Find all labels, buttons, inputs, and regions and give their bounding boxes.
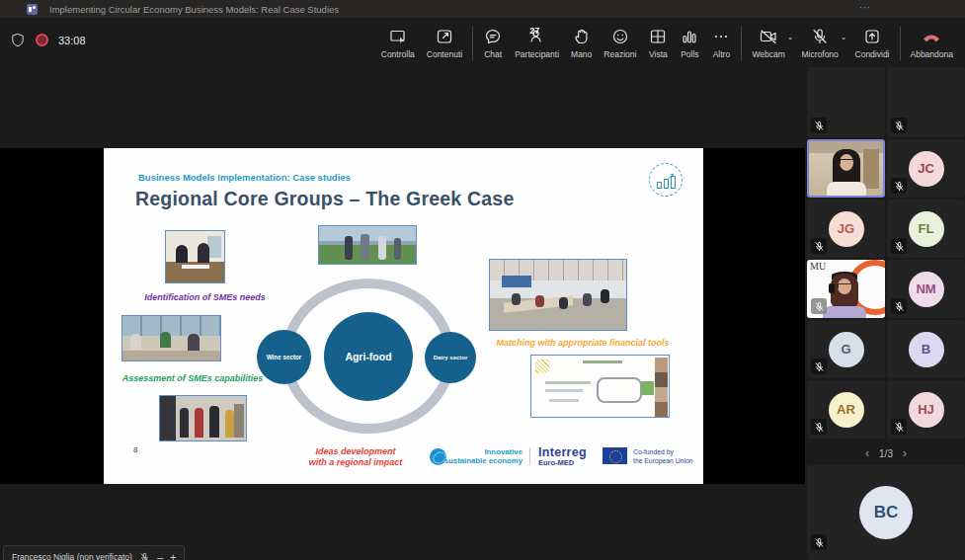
chat-button[interactable]: Chat bbox=[477, 25, 509, 61]
logo-divider bbox=[529, 447, 530, 465]
toolbar-divider bbox=[900, 27, 901, 60]
diagram-agrifood-sector: Agri-food bbox=[324, 312, 413, 401]
reactions-button[interactable]: Reazioni bbox=[598, 25, 642, 61]
toolbar-buttons: Controlla Contenuti Chat bbox=[375, 25, 959, 61]
avatar: JC bbox=[909, 151, 944, 187]
photo-financial-workshop bbox=[489, 259, 627, 331]
microphone-chevron-icon[interactable]: ⌄ bbox=[841, 33, 847, 41]
slide-kicker: Business Models Implementation: Case stu… bbox=[138, 172, 351, 183]
label-matching: Matching with appropriate financial tool… bbox=[484, 338, 682, 348]
share-content-icon bbox=[435, 27, 454, 46]
avatar: JG bbox=[829, 211, 864, 247]
presenter-name: Francesco Niglia (non verificato) bbox=[12, 552, 132, 560]
mic-muted-icon bbox=[811, 534, 827, 550]
more-dots-icon bbox=[711, 27, 731, 46]
meeting-toolbar: 33:08 Controlla Contenuti bbox=[0, 18, 965, 67]
photo-office-meeting bbox=[121, 315, 221, 361]
participant-tile-hj[interactable]: HJ bbox=[887, 380, 965, 439]
page-next-icon[interactable]: › bbox=[903, 446, 907, 460]
mic-muted-icon bbox=[891, 178, 907, 194]
avatar: B bbox=[909, 332, 944, 367]
label-assessment: Assessment of SMEs capabilities bbox=[109, 373, 277, 383]
control-screen-icon bbox=[388, 27, 408, 46]
photo-site-visit bbox=[159, 395, 247, 441]
titlebar-more-icon[interactable]: ⋯ bbox=[859, 1, 871, 14]
hang-up-icon bbox=[921, 27, 942, 46]
photo-vineyard-visit bbox=[318, 225, 417, 265]
label-ideas: Ideas development with a regional impact bbox=[289, 446, 422, 469]
avatar: G bbox=[829, 332, 864, 367]
participant-video-speaker[interactable] bbox=[807, 139, 885, 198]
window-title: Implementing Circular Economy Business M… bbox=[49, 4, 339, 15]
participant-tile-jg[interactable]: JG bbox=[807, 200, 885, 258]
participant-tile-cutoff[interactable] bbox=[807, 67, 885, 137]
meeting-timer: 33:08 bbox=[58, 35, 86, 46]
participant-video-mu[interactable]: MU bbox=[807, 260, 885, 318]
leave-button[interactable]: Abbandona bbox=[905, 25, 960, 61]
share-up-icon bbox=[862, 27, 882, 46]
reactions-icon bbox=[610, 27, 630, 46]
toolbar-divider bbox=[472, 27, 473, 60]
zoom-in-button[interactable]: + bbox=[170, 551, 176, 560]
title-bar: Implementing Circular Economy Business M… bbox=[0, 0, 965, 18]
webcam-button[interactable]: Webcam bbox=[746, 25, 790, 61]
avatar: NM bbox=[909, 272, 944, 307]
participants-pagination: ‹ 1/3 › bbox=[807, 445, 965, 461]
teams-icon bbox=[27, 4, 38, 15]
participant-tile-g[interactable]: G bbox=[807, 320, 885, 378]
photo-smes-interview bbox=[165, 230, 225, 283]
avatar: HJ bbox=[909, 392, 944, 428]
toolbar-divider bbox=[741, 27, 742, 60]
zoom-out-button[interactable]: – bbox=[157, 551, 163, 560]
eu-flag-icon bbox=[603, 447, 627, 464]
polls-icon bbox=[680, 27, 699, 46]
raise-hand-icon bbox=[572, 27, 592, 46]
view-button[interactable]: Vista bbox=[642, 25, 674, 61]
slide-page-number: 8 bbox=[133, 445, 137, 454]
raise-hand-button[interactable]: Mano bbox=[565, 25, 598, 61]
page-prev-icon[interactable]: ‹ bbox=[865, 446, 869, 460]
label-identification: Identification of SMEs needs bbox=[128, 292, 281, 302]
participant-tile-bc[interactable]: BC bbox=[807, 465, 965, 560]
avatar: FL bbox=[909, 211, 944, 247]
participants-count-badge: 27 bbox=[529, 26, 539, 36]
presenter-name-pill: Francesco Niglia (non verificato) – + bbox=[3, 545, 185, 560]
polls-button[interactable]: Polls bbox=[674, 25, 705, 61]
page-indicator: 1/3 bbox=[879, 448, 893, 459]
presentation-slide: Business Models Implementation: Case stu… bbox=[104, 148, 703, 484]
diagram-dairy-sector: Dairy sector bbox=[425, 332, 476, 383]
mic-muted-icon bbox=[811, 238, 827, 254]
mic-muted-icon bbox=[891, 419, 907, 435]
share-button[interactable]: Condividi bbox=[849, 25, 896, 61]
shared-screen-stage: Business Models Implementation: Case stu… bbox=[0, 148, 805, 484]
microphone-button[interactable]: Microfono bbox=[796, 25, 844, 61]
mic-muted-icon bbox=[891, 298, 907, 314]
shield-icon bbox=[10, 32, 26, 48]
chat-icon bbox=[483, 27, 503, 46]
webcam-off-icon bbox=[758, 27, 779, 46]
participant-tile-fl[interactable]: FL bbox=[887, 200, 965, 258]
avatar: BC bbox=[859, 486, 913, 539]
photo-whiteboard-screenshot bbox=[530, 355, 670, 418]
participant-tile-nm[interactable]: NM bbox=[887, 260, 965, 318]
mic-muted-icon bbox=[139, 552, 150, 560]
slide-title: Regional Core Groups – The Greek Case bbox=[135, 188, 514, 210]
control-button[interactable]: Controlla bbox=[375, 25, 421, 61]
participant-tile-cutoff[interactable] bbox=[887, 67, 965, 137]
microphone-off-icon bbox=[809, 27, 831, 46]
participant-tile-ar[interactable]: AR bbox=[807, 380, 885, 439]
content-button[interactable]: Contenuti bbox=[421, 25, 468, 61]
record-icon bbox=[35, 33, 49, 47]
webcam-chevron-icon[interactable]: ⌄ bbox=[787, 33, 794, 41]
participants-button[interactable]: 27 Partecipanti bbox=[509, 25, 565, 61]
interreg-logo: Interreg Euro-MED bbox=[538, 445, 587, 467]
mic-muted-icon bbox=[811, 118, 827, 133]
eu-cofunded-label: Co-funded by the European Union bbox=[633, 448, 692, 466]
meeting-window: Implementing Circular Economy Business M… bbox=[0, 0, 965, 560]
diagram-wine-sector: Wine sector bbox=[257, 330, 311, 384]
more-button[interactable]: Altro bbox=[705, 25, 737, 61]
participant-tile-b[interactable]: B bbox=[887, 320, 965, 378]
mic-muted-icon bbox=[811, 359, 827, 374]
growth-chart-icon: ↗ bbox=[649, 163, 683, 197]
participant-tile-jc[interactable]: JC bbox=[887, 139, 965, 198]
